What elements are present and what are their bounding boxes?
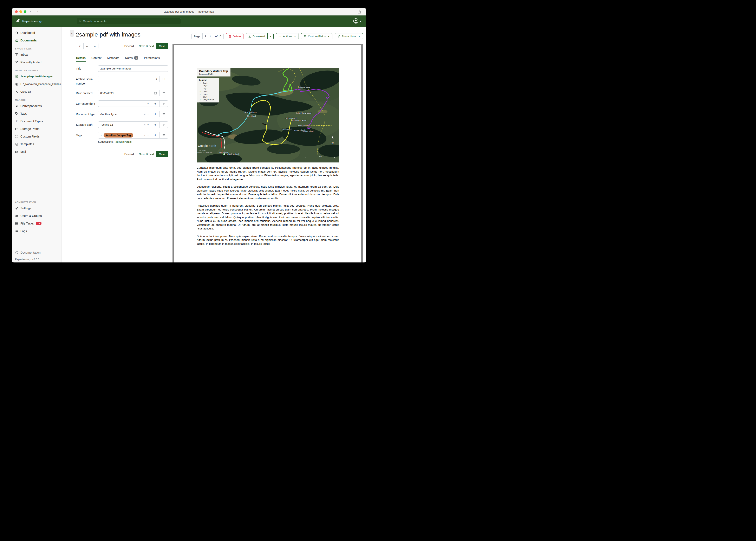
folder-icon [15,127,18,131]
page-label: Page [192,33,202,39]
document-type-select[interactable]: Another Type × ▼ [98,111,151,117]
previous-document-button[interactable]: ← [83,43,91,49]
search-bar[interactable] [77,18,181,24]
sidebar-item-documents[interactable]: Documents [12,37,61,44]
calendar-button[interactable] [151,90,160,96]
delete-button[interactable]: Delete [226,33,243,39]
share-links-button[interactable]: Share Links▼ [335,33,363,39]
sidebar-item-close-all[interactable]: Close all [12,88,61,96]
sidebar-item-2sample-pdf-with-images[interactable]: 2sample-pdf-with-images [12,73,61,80]
tab-content[interactable]: Content [91,54,102,62]
sidebar-item-users-groups[interactable]: Users & Groups [12,212,61,220]
discard-button[interactable]: Discard [122,43,137,49]
page-number-input[interactable]: 1 ▲▼ [202,33,213,39]
asn-plus-one-button[interactable]: +1 [159,76,168,82]
sidebar-item-document-types[interactable]: #Document Types [12,117,61,125]
sidebar-item-storage-paths[interactable]: Storage Paths [12,125,61,133]
clear-icon[interactable]: × [142,123,147,126]
tab-permissions[interactable]: Permissions [144,54,160,62]
sidebar-item-h7-napoleon-bonaparte-zadanie[interactable]: H7_Napoleon_Bonaparte_zadanie [12,80,61,88]
north-arrow-icon: N [330,136,335,145]
add-correspondent-button[interactable]: + [151,100,160,107]
save-button[interactable]: Save [156,43,168,49]
asn-stepper-icon[interactable]: ▲▼ [156,78,157,80]
browser-back-icon[interactable]: ‹ [28,9,33,13]
sidebar-item-file-tasks[interactable]: File Tasks16 [12,220,61,227]
next-document-button[interactable]: → [91,43,98,49]
sidebar-item-dashboard[interactable]: Dashboard [12,29,61,37]
correspondent-filter-button[interactable] [159,100,168,107]
user-menu[interactable]: ▼ [353,18,361,25]
legend-label: Day 4 [203,90,207,92]
sidebar-item-custom-fields[interactable]: Custom Fields [12,133,61,140]
close-window-button[interactable] [15,10,18,13]
app-brand[interactable]: Paperless-ngx [12,19,43,24]
remove-tag-icon[interactable]: × [100,134,102,137]
pdf-preview-pane[interactable]: Boundary Waters Trip Six days in BWCA Le… [172,44,363,263]
add-document-type-button[interactable]: + [151,111,160,117]
save-button[interactable]: Save [156,151,168,157]
sidebar-item-documentation[interactable]: Documentation [12,249,61,256]
date-created-input[interactable] [100,92,149,95]
app-window: ‹ › 2sample-pdf-with-images - Paperless-… [12,8,366,263]
tab-notes[interactable]: Notes1 [125,54,138,62]
share-icon[interactable] [358,9,361,14]
custom-fields-label: Custom Fields [308,35,326,38]
discard-button[interactable]: Discard [122,151,137,157]
pdf-page: Boundary Waters Trip Six days in BWCA Le… [174,45,361,263]
minimize-window-button[interactable] [19,10,22,13]
hash-icon: # [15,120,18,123]
download-button[interactable]: Download [246,33,268,39]
add-storage-path-button[interactable]: + [151,122,160,128]
sidebar-item-inbox[interactable]: Inbox [12,51,61,58]
map-place-label: New York Island [245,111,257,113]
sidebar-item-correspondents[interactable]: Correspondents [12,102,61,110]
page-stepper-icon[interactable]: ▲▼ [209,35,211,38]
asn-input[interactable] [100,78,156,81]
tab-details[interactable]: Details [76,54,86,62]
tags-filter-button[interactable] [159,132,168,139]
title-field-label: Title [76,65,98,72]
storage-path-filter-button[interactable] [159,122,168,128]
document-type-filter-button[interactable] [159,111,168,117]
download-dropdown-button[interactable]: ▼ [267,33,274,39]
sidebar-item-templates[interactable]: Templates [12,140,61,148]
avatar-icon [353,18,359,25]
sidebar-item-mail[interactable]: Mail [12,148,61,156]
page-number-value: 1 [205,35,206,38]
close-document-button[interactable]: x [76,43,84,49]
save-next-button[interactable]: Save & next [136,43,157,49]
title-input[interactable] [100,67,166,70]
tags-field-label: Tags [76,132,98,139]
chevron-down-icon[interactable]: ▼ [147,113,149,115]
date-filter-button[interactable] [159,90,168,96]
search-input[interactable] [83,20,179,23]
tag-chip[interactable]: Another Sample Tag [104,133,133,138]
browser-forward-icon[interactable]: › [35,9,40,13]
tags-select[interactable]: × Another Sample Tag × ▼ [98,132,151,139]
tag-icon [15,112,18,115]
clear-icon[interactable]: × [142,112,147,116]
sidebar-item-tags[interactable]: Tags [12,110,61,117]
correspondent-select[interactable]: ▼ [98,100,151,107]
sidebar-section-heading: SAVED VIEWS [12,44,61,51]
chevron-down-icon[interactable]: ▼ [147,134,149,136]
custom-fields-button[interactable]: Custom Fields▼ [301,33,332,39]
storage-path-select[interactable]: Testing 12 × ▼ [98,122,151,128]
sidebar: DashboardDocumentsSAVED VIEWSInboxRecent… [12,27,61,263]
clear-icon[interactable]: × [142,134,147,137]
correspondent-field-label: Correspondent [76,100,98,107]
add-tag-button[interactable]: + [151,132,160,139]
sidebar-item-settings[interactable]: Settings [12,204,61,212]
sidebar-item-logs[interactable]: Logs [12,227,61,235]
suggestion-link[interactable]: TagWithPartial [114,140,132,143]
save-next-button[interactable]: Save & next [136,151,157,157]
legend-marker-icon: ∴ [199,82,201,84]
sidebar-collapse-button[interactable]: « [70,30,74,37]
tab-metadata[interactable]: Metadata [107,54,119,62]
sidebar-item-recently-added[interactable]: Recently Added [12,58,61,66]
chevron-down-icon[interactable]: ▼ [147,124,149,126]
actions-button[interactable]: ⋯ Actions▼ [276,33,299,39]
zoom-window-button[interactable] [24,10,26,13]
chevron-down-icon[interactable]: ▼ [147,103,149,105]
